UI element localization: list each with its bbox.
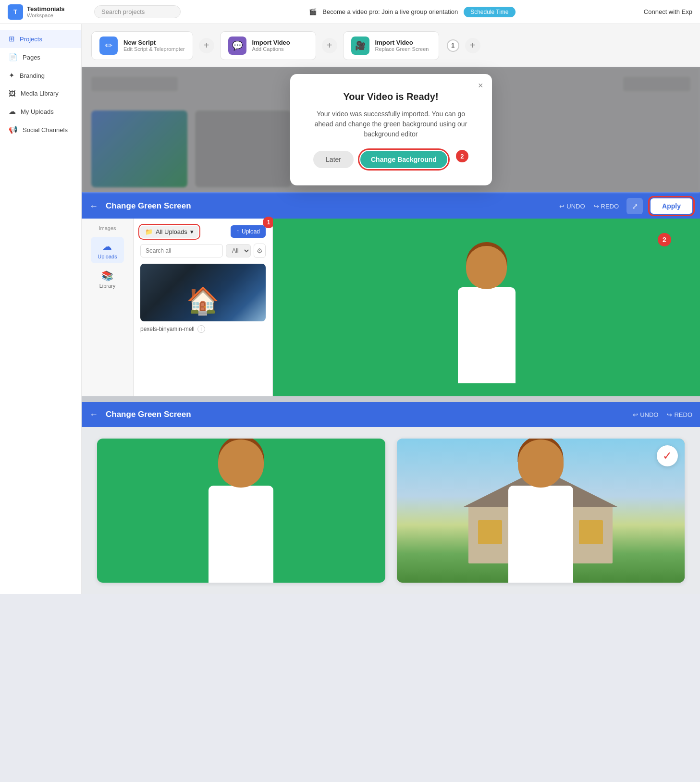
sidebar-item-media-library[interactable]: 🖼 Media Library xyxy=(0,85,81,102)
content-area: ✏ New Script Edit Script & Teleprompter … xyxy=(82,24,700,594)
annotation-1-area: ↑ Upload 1 xyxy=(231,225,266,238)
later-button[interactable]: Later xyxy=(313,151,354,168)
annotation-2-preview: 2 xyxy=(658,233,671,246)
image-filename: pexels-binyamin-mell xyxy=(140,326,195,332)
sidebar-label-media-library: Media Library xyxy=(21,90,59,97)
change-background-button[interactable]: Change Background xyxy=(360,151,447,168)
section-divider xyxy=(82,396,700,402)
gs-back-button-1[interactable]: ← xyxy=(89,201,98,211)
logo-area: T Testimonials Workspace xyxy=(8,4,85,20)
workflow-step-number: 1 xyxy=(447,39,459,52)
workflow-header: ✏ New Script Edit Script & Teleprompter … xyxy=(82,24,700,67)
search-all-input[interactable] xyxy=(140,244,223,257)
image-name-row: pexels-binyamin-mell i xyxy=(140,325,266,333)
modal-actions: Later Change Background 2 xyxy=(311,151,471,168)
sidebar-item-pages[interactable]: 📄 Pages xyxy=(0,48,81,66)
comparison-card-original[interactable] xyxy=(97,439,385,583)
workflow-card-import-video-green[interactable]: 🎥 Import Video Replace Green Screen xyxy=(343,31,439,60)
modal-body: Your video was successfully imported. Yo… xyxy=(311,109,471,139)
workflow-card-import-video-captions[interactable]: 💬 Import Video Add Captions xyxy=(220,31,316,60)
import-video-captions-icon: 💬 xyxy=(228,37,246,55)
gs-sidebar-1: Images ☁ Uploads 📚 Library xyxy=(82,219,134,396)
logo-text-area: Testimonials Workspace xyxy=(27,5,65,18)
gs-preview-1: 2 xyxy=(273,219,700,396)
uploads-tab-label: Uploads xyxy=(98,254,117,259)
uploads-dropdown-label: All Uploads xyxy=(156,228,187,235)
info-icon[interactable]: i xyxy=(197,325,205,333)
pages-icon: 📄 xyxy=(9,53,18,61)
add-step-2[interactable]: + xyxy=(322,38,337,53)
green-screen-replaced xyxy=(397,439,685,583)
gs-title-1: Change Green Screen xyxy=(106,201,552,211)
workflow-card-title-green: Import Video xyxy=(375,39,429,46)
logo-icon: T xyxy=(8,4,23,20)
add-step-1[interactable]: + xyxy=(199,38,214,53)
modal-close-button[interactable]: × xyxy=(478,81,483,91)
sidebar-item-branding[interactable]: ✦ Branding xyxy=(0,66,81,85)
search-input[interactable]: Search projects xyxy=(94,5,181,18)
promo-text: Become a video pro: Join a live group or… xyxy=(322,8,458,15)
new-script-icon: ✏ xyxy=(99,37,118,55)
gs-body-2: ✓ xyxy=(82,427,700,594)
undo-button-2[interactable]: ↩ UNDO xyxy=(633,411,658,418)
workflow-card-sub-import: Add Captions xyxy=(252,46,290,52)
library-tab-label: Library xyxy=(99,283,116,289)
presenter-result xyxy=(508,440,573,583)
branding-icon: ✦ xyxy=(9,71,15,80)
gs-header-1: ← Change Green Screen ↩ UNDO ↪ REDO ⤢ Ap… xyxy=(82,194,700,219)
sidebar-label-branding: Branding xyxy=(20,72,45,79)
sidebar-item-projects[interactable]: ⊞ Projects xyxy=(0,30,81,48)
redo-button-2[interactable]: ↪ REDO xyxy=(667,411,692,418)
gs-sidebar-library[interactable]: 📚 Library xyxy=(93,266,123,293)
workflow-card-new-script[interactable]: ✏ New Script Edit Script & Teleprompter xyxy=(91,31,193,60)
workflow-card-text-area: New Script Edit Script & Teleprompter xyxy=(123,39,185,52)
workflow-card-text-area-2: Import Video Add Captions xyxy=(252,39,290,52)
annotation-2: 2 xyxy=(456,150,468,162)
sidebar-label-my-uploads: My Uploads xyxy=(21,108,54,115)
presenter-person xyxy=(458,246,516,383)
undo-button-1[interactable]: ↩ UNDO xyxy=(559,203,585,210)
modal-title: Your Video is Ready! xyxy=(311,91,471,102)
film-icon: 🎬 xyxy=(309,8,317,15)
gs-panel-1: 📁 All Uploads ▾ ↑ Upload 1 xyxy=(134,219,273,396)
comparison-card-result[interactable]: ✓ xyxy=(397,439,685,583)
fit-button-1[interactable]: ⤢ xyxy=(626,198,643,214)
redo-button-1[interactable]: ↪ REDO xyxy=(594,203,619,210)
social-channels-icon: 📢 xyxy=(9,125,18,134)
filter-dropdown[interactable]: All xyxy=(226,244,251,257)
chevron-down-icon: ▾ xyxy=(190,228,194,235)
green-screen-display: 2 xyxy=(273,219,700,396)
promo-bar: 🎬 Become a video pro: Join a live group … xyxy=(181,7,644,17)
apply-button-1[interactable]: Apply xyxy=(651,198,692,214)
sidebar-item-my-uploads[interactable]: ☁ My Uploads xyxy=(0,102,81,121)
gs-body-1: Images ☁ Uploads 📚 Library 📁 xyxy=(82,219,700,396)
main-layout: ⊞ Projects 📄 Pages ✦ Branding 🖼 Media Li… xyxy=(0,24,700,594)
top-bar: T Testimonials Workspace Search projects… xyxy=(0,0,700,24)
upload-icon: ↑ xyxy=(236,228,239,235)
image-card-house[interactable]: IMAGE xyxy=(140,264,266,321)
uploads-dropdown[interactable]: 📁 All Uploads ▾ xyxy=(140,226,198,238)
filter-settings-button[interactable]: ⚙ xyxy=(254,244,266,258)
gs-header-2: ← Change Green Screen ↩ UNDO ↪ REDO xyxy=(82,402,700,427)
gs-undo-redo-1: ↩ UNDO ↪ REDO xyxy=(559,203,619,210)
upload-button[interactable]: ↑ Upload xyxy=(231,225,266,238)
gs-panel-top: 📁 All Uploads ▾ ↑ Upload 1 xyxy=(140,225,266,238)
green-screen-editor-2: ← Change Green Screen ↩ UNDO ↪ REDO xyxy=(82,402,700,594)
my-uploads-icon: ☁ xyxy=(9,107,16,116)
house-thumbnail xyxy=(140,264,266,321)
modal-dialog: × Your Video is Ready! Your video was su… xyxy=(290,74,492,185)
sidebar: ⊞ Projects 📄 Pages ✦ Branding 🖼 Media Li… xyxy=(0,24,82,594)
sidebar-item-social-channels[interactable]: 📢 Social Channels xyxy=(0,121,81,139)
media-library-icon: 🖼 xyxy=(9,89,16,98)
import-video-green-icon: 🎥 xyxy=(351,37,369,55)
gs-back-button-2[interactable]: ← xyxy=(89,410,98,420)
workflow-card-title-import: Import Video xyxy=(252,39,290,46)
gs-undo-redo-2: ↩ UNDO ↪ REDO xyxy=(633,411,692,418)
presenter-original xyxy=(209,440,273,583)
green-screen-original xyxy=(97,439,385,583)
connect-button[interactable]: Connect with Exp xyxy=(644,8,692,15)
schedule-button[interactable]: Schedule Time xyxy=(464,7,515,17)
gs-sidebar-uploads[interactable]: ☁ Uploads xyxy=(91,237,123,263)
workspace-name: Testimonials xyxy=(27,5,65,12)
add-step-3[interactable]: + xyxy=(465,38,480,53)
